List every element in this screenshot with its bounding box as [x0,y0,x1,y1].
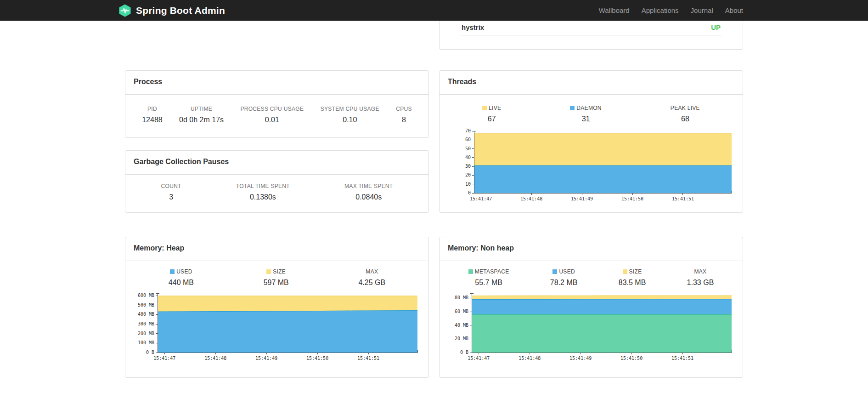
size-swatch-icon [623,269,627,274]
svg-text:15:41:50: 15:41:50 [621,196,643,201]
metric-value: 12488 [142,116,163,124]
nav-item-journal[interactable]: Journal [685,6,719,14]
nav-item-wallboard[interactable]: Wallboard [593,6,636,14]
nav-item-applications[interactable]: Applications [636,6,685,14]
legend-item-max: MAX 4.25 GB [358,268,385,287]
svg-text:50: 50 [465,146,471,151]
svg-text:60 MB: 60 MB [455,309,468,314]
svg-text:100 MB: 100 MB [138,340,154,345]
process-metrics: PID 12488 UPTIME 0d 0h 2m 17s PROCESS CP… [134,95,420,124]
nav-item-about[interactable]: About [719,6,743,14]
metric-value: 0.1380s [236,193,290,201]
legend-value: 31 [570,115,601,123]
svg-text:15:41:50: 15:41:50 [620,356,643,361]
gc-metrics: COUNT 3 TOTAL TIME SPENT 0.1380s MAX TIM… [134,175,420,201]
legend-label: MAX [358,268,385,275]
memory-nonheap-panel: Memory: Non heap METASPACE 55.7 MB USED … [439,237,743,378]
svg-text:20 MB: 20 MB [455,336,468,341]
svg-text:15:41:49: 15:41:49 [569,356,592,361]
svg-text:0 B: 0 B [460,350,468,355]
legend-label: PEAK LIVE [671,105,700,111]
legend-label-text: USED [559,268,575,275]
svg-text:15:41:47: 15:41:47 [153,356,175,361]
svg-text:15:41:49: 15:41:49 [571,196,593,201]
legend-value: 83.5 MB [619,279,646,287]
svg-text:500 MB: 500 MB [138,302,154,308]
svg-text:30: 30 [465,164,471,169]
svg-text:15:41:49: 15:41:49 [255,356,277,361]
legend-value: 55.7 MB [468,279,509,287]
svg-text:15:41:51: 15:41:51 [671,356,693,361]
metric-label: TOTAL TIME SPENT [236,183,290,189]
legend-item-metaspace: METASPACE 55.7 MB [468,268,509,287]
legend-item-size: SIZE 83.5 MB [619,268,646,287]
main-content: Process PID 12488 UPTIME 0d 0h 2m 17s PR… [125,21,743,410]
legend-label-text: DAEMON [576,105,601,111]
status-row: hystrix UP [461,21,721,35]
heap-chart: 0 B100 MB200 MB300 MB400 MB500 MB600 MB1… [134,291,420,365]
legend-label-text: USED [176,268,192,275]
legend-item-daemon: DAEMON 31 [570,105,601,123]
svg-text:15:41:48: 15:41:48 [204,356,226,361]
legend-value: 68 [671,115,700,123]
svg-text:40: 40 [465,155,471,160]
size-swatch-icon [266,269,271,274]
status-badge: UP [711,23,721,31]
svg-text:15:41:51: 15:41:51 [672,196,694,201]
spring-boot-admin-logo-icon [118,4,131,17]
svg-text:400 MB: 400 MB [138,312,154,317]
legend-label-text: METASPACE [475,268,509,275]
garbage-collection-panel: Garbage Collection Pauses COUNT 3 TOTAL … [125,150,429,213]
panel-title: Threads [440,71,743,95]
memory-heap-panel: Memory: Heap USED 440 MB SIZE 597 MB MAX… [125,237,429,378]
svg-text:15:41:51: 15:41:51 [357,356,379,361]
metric-label: MAX TIME SPENT [344,183,393,189]
legend-label: SIZE [619,268,646,275]
metaspace-swatch-icon [468,269,473,274]
svg-text:15:41:50: 15:41:50 [306,356,328,361]
threads-chart: 01020304050607015:41:4715:41:4815:41:491… [448,129,734,206]
metric-process-cpu: PROCESS CPU USAGE 0.01 [240,106,304,124]
legend-label: USED [169,268,194,275]
metric-label: PID [142,106,163,112]
panel-title: Memory: Non heap [440,237,743,261]
svg-text:15:41:48: 15:41:48 [519,356,541,361]
svg-text:200 MB: 200 MB [138,331,154,336]
metric-label: PROCESS CPU USAGE [240,106,304,112]
svg-text:0: 0 [468,190,471,195]
legend-value: 1.33 GB [687,279,714,287]
legend-item-size: SIZE 597 MB [264,268,289,287]
metric-value: 0.0840s [344,193,393,201]
svg-text:20: 20 [465,172,471,177]
legend-label-text: LIVE [489,105,501,111]
metric-gc-count: COUNT 3 [161,183,181,201]
used-swatch-icon [552,269,557,274]
heap-legend: USED 440 MB SIZE 597 MB MAX 4.25 GB [134,261,420,287]
legend-value: 440 MB [169,279,194,287]
legend-label: METASPACE [468,268,509,275]
metric-value: 3 [161,193,181,201]
brand-title: Spring Boot Admin [136,5,225,16]
metric-value: 8 [396,116,412,124]
legend-value: 78.2 MB [550,279,578,287]
svg-text:300 MB: 300 MB [138,321,154,326]
svg-text:40 MB: 40 MB [455,323,468,328]
metric-system-cpu: SYSTEM CPU USAGE 0.10 [321,106,379,124]
legend-item-max: MAX 1.33 GB [687,268,714,287]
metric-label: CPUS [396,106,412,112]
metric-uptime: UPTIME 0d 0h 2m 17s [179,106,224,124]
brand-link[interactable]: Spring Boot Admin [118,4,225,17]
panel-title: Process [125,71,428,95]
hystrix-status-panel: hystrix UP [439,21,743,50]
legend-label-text: SIZE [629,268,642,275]
svg-text:15:41:47: 15:41:47 [470,196,492,201]
legend-label: MAX [687,268,714,275]
heap-body: USED 440 MB SIZE 597 MB MAX 4.25 GB 0 B1… [125,261,428,365]
svg-text:10: 10 [465,182,471,187]
metric-cpus: CPUS 8 [396,106,412,124]
threads-legend: LIVE 67 DAEMON 31 PEAK LIVE 68 [448,95,734,123]
legend-item-live: LIVE 67 [482,105,501,123]
panel-title: Memory: Heap [125,237,428,261]
nav-links: Wallboard Applications Journal About [593,6,743,14]
svg-text:15:41:48: 15:41:48 [520,196,542,201]
